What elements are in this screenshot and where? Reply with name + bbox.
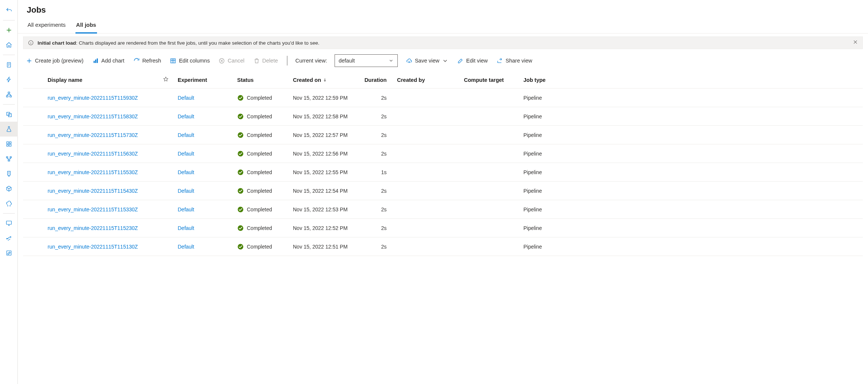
page-title: Jobs xyxy=(18,5,868,18)
success-check-icon xyxy=(237,206,244,213)
nav-back[interactable] xyxy=(0,3,18,18)
nav-pipelines[interactable] xyxy=(0,151,18,166)
data-icon xyxy=(6,111,12,118)
experiment-link[interactable]: Default xyxy=(175,151,235,157)
job-name-link[interactable]: run_every_minute-20221115T115130Z xyxy=(45,244,161,250)
nav-separator xyxy=(3,55,15,55)
col-favorite[interactable] xyxy=(161,76,175,83)
duration-cell: 2s xyxy=(361,132,395,138)
lightning-icon xyxy=(6,76,12,83)
col-created-on[interactable]: Created on xyxy=(291,77,361,83)
back-arrow-icon xyxy=(6,7,12,14)
duration-cell: 2s xyxy=(361,207,395,212)
table-row[interactable]: run_every_minute-20221115T115530Z Defaul… xyxy=(23,163,863,182)
job-type-cell: Pipeline xyxy=(521,225,566,231)
job-name-link[interactable]: run_every_minute-20221115T115830Z xyxy=(45,113,161,119)
svg-rect-3 xyxy=(10,96,12,97)
col-status[interactable]: Status xyxy=(235,77,291,83)
table-row[interactable]: run_every_minute-20221115T115930Z Defaul… xyxy=(23,89,863,107)
cancel-label: Cancel xyxy=(228,58,244,64)
svg-point-16 xyxy=(10,237,11,237)
nav-environments[interactable] xyxy=(0,166,18,181)
nav-jobs[interactable] xyxy=(0,122,18,137)
nav-notebooks[interactable] xyxy=(0,57,18,72)
status-cell: Completed xyxy=(235,188,291,194)
experiment-link[interactable]: Default xyxy=(175,169,235,175)
experiment-link[interactable]: Default xyxy=(175,188,235,194)
nav-compute[interactable] xyxy=(0,216,18,231)
col-job-type[interactable]: Job type xyxy=(521,77,566,83)
job-type-cell: Pipeline xyxy=(521,95,566,101)
info-bar: Initial chart load: Charts displayed are… xyxy=(23,36,863,49)
trash-icon xyxy=(254,58,260,64)
cube-icon xyxy=(6,185,12,192)
nav-endpoints[interactable] xyxy=(0,196,18,211)
info-bar-close[interactable] xyxy=(851,38,859,48)
nav-linked[interactable] xyxy=(0,231,18,246)
svg-rect-17 xyxy=(7,251,11,255)
tab-all-experiments[interactable]: All experiments xyxy=(27,18,67,33)
cloud-save-icon xyxy=(406,58,412,64)
duration-cell: 2s xyxy=(361,244,395,250)
job-name-link[interactable]: run_every_minute-20221115T115630Z xyxy=(45,151,161,157)
job-name-link[interactable]: run_every_minute-20221115T115430Z xyxy=(45,188,161,194)
experiment-link[interactable]: Default xyxy=(175,95,235,101)
job-name-link[interactable]: run_every_minute-20221115T115230Z xyxy=(45,225,161,231)
table-row[interactable]: run_every_minute-20221115T115330Z Defaul… xyxy=(23,200,863,219)
job-name-link[interactable]: run_every_minute-20221115T115330Z xyxy=(45,207,161,212)
col-compute-target[interactable]: Compute target xyxy=(462,77,521,83)
experiment-link[interactable]: Default xyxy=(175,207,235,212)
table-row[interactable]: run_every_minute-20221115T115230Z Defaul… xyxy=(23,219,863,237)
col-experiment[interactable]: Experiment xyxy=(175,77,235,83)
col-display-name[interactable]: Display name xyxy=(45,77,161,83)
edit-columns-label: Edit columns xyxy=(179,58,210,64)
create-job-button[interactable]: Create job (preview) xyxy=(25,56,84,65)
view-select[interactable]: default xyxy=(335,54,398,67)
svg-rect-10 xyxy=(6,157,8,158)
table-row[interactable]: run_every_minute-20221115T115730Z Defaul… xyxy=(23,126,863,144)
view-select-value: default xyxy=(339,58,355,64)
table-row[interactable]: run_every_minute-20221115T115630Z Defaul… xyxy=(23,144,863,163)
nav-data[interactable] xyxy=(0,107,18,122)
job-name-link[interactable]: run_every_minute-20221115T115930Z xyxy=(45,95,161,101)
job-type-cell: Pipeline xyxy=(521,188,566,194)
table-row[interactable]: run_every_minute-20221115T115130Z Defaul… xyxy=(23,237,863,256)
edit-columns-button[interactable]: Edit columns xyxy=(169,56,210,65)
share-view-button[interactable]: Share view xyxy=(496,56,533,65)
nav-labeling[interactable] xyxy=(0,246,18,260)
svg-rect-1 xyxy=(8,92,10,93)
save-view-button[interactable]: Save view xyxy=(405,56,449,65)
table-row[interactable]: run_every_minute-20221115T115430Z Defaul… xyxy=(23,182,863,200)
col-created-by[interactable]: Created by xyxy=(395,77,462,83)
home-icon xyxy=(6,42,12,48)
experiment-link[interactable]: Default xyxy=(175,113,235,119)
nav-components[interactable] xyxy=(0,137,18,151)
success-check-icon xyxy=(237,169,244,176)
tab-all-jobs[interactable]: All jobs xyxy=(75,18,97,33)
edit-view-button[interactable]: Edit view xyxy=(456,56,488,65)
col-duration[interactable]: Duration xyxy=(361,77,395,83)
nav-home[interactable] xyxy=(0,38,18,52)
server-icon xyxy=(6,170,12,177)
job-name-link[interactable]: run_every_minute-20221115T115530Z xyxy=(45,169,161,175)
status-text: Completed xyxy=(247,113,272,119)
duration-cell: 1s xyxy=(361,169,395,175)
svg-rect-7 xyxy=(9,142,11,144)
nav-models[interactable] xyxy=(0,181,18,196)
sort-down-icon xyxy=(323,78,327,82)
chevron-down-icon xyxy=(442,58,448,64)
nav-designer[interactable] xyxy=(0,87,18,102)
nav-add[interactable] xyxy=(0,23,18,38)
nav-automl[interactable] xyxy=(0,72,18,87)
success-check-icon xyxy=(237,188,244,194)
refresh-button[interactable]: Refresh xyxy=(133,56,162,65)
svg-rect-9 xyxy=(9,144,11,146)
add-chart-button[interactable]: Add chart xyxy=(92,56,125,65)
experiment-link[interactable]: Default xyxy=(175,244,235,250)
pencil-icon xyxy=(457,58,464,64)
experiment-link[interactable]: Default xyxy=(175,132,235,138)
table-row[interactable]: run_every_minute-20221115T115830Z Defaul… xyxy=(23,107,863,126)
experiment-link[interactable]: Default xyxy=(175,225,235,231)
job-name-link[interactable]: run_every_minute-20221115T115730Z xyxy=(45,132,161,138)
main-content: Jobs All experiments All jobs Initial ch… xyxy=(18,0,868,384)
